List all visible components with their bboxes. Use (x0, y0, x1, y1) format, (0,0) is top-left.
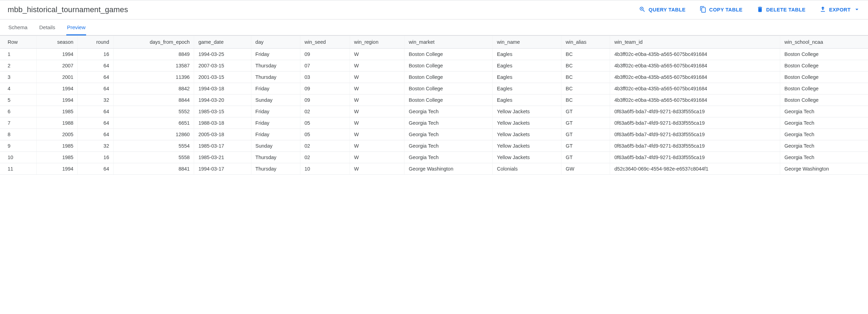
table-container: Row season round days_from_epoch game_da… (0, 35, 868, 175)
tab-preview[interactable]: Preview (66, 19, 86, 35)
cell-season: 1994 (36, 83, 78, 94)
cell-day: Friday (251, 129, 300, 140)
cell-win_region: W (350, 117, 404, 129)
cell-days_from_epoch: 8844 (114, 94, 194, 106)
cell-game_date: 2001-03-15 (194, 72, 251, 83)
tab-schema[interactable]: Schema (8, 19, 28, 35)
cell-win_market: Georgia Tech (404, 140, 493, 152)
cell-game_date: 1988-03-18 (194, 117, 251, 129)
cell-win_team_id: 0f63a6f5-bda7-4fd9-9271-8d33f555ca19 (610, 129, 780, 140)
col-win-name[interactable]: win_name (493, 36, 561, 49)
cell-game_date: 1994-03-18 (194, 83, 251, 94)
cell-day: Sunday (251, 94, 300, 106)
cell-day: Friday (251, 106, 300, 117)
cell-win_region: W (350, 129, 404, 140)
cell-days_from_epoch: 12860 (114, 129, 194, 140)
cell-win_seed: 09 (300, 83, 350, 94)
cell-win_name: Yellow Jackets (493, 140, 561, 152)
cell-win_market: George Washington (404, 163, 493, 175)
cell-win_name: Eagles (493, 72, 561, 83)
cell-win_seed: 03 (300, 72, 350, 83)
cell-game_date: 1994-03-20 (194, 94, 251, 106)
table-row[interactable]: 619856455521985-03-15Friday02WGeorgia Te… (0, 106, 868, 117)
cell-win_alias: BC (561, 83, 610, 94)
cell-round: 64 (78, 117, 114, 129)
cell-days_from_epoch: 13587 (114, 60, 194, 72)
table-row[interactable]: 719886466511988-03-18Friday05WGeorgia Te… (0, 117, 868, 129)
cell-win_region: W (350, 106, 404, 117)
cell-win_school_ncaa: George Washington (780, 163, 868, 175)
col-win-seed[interactable]: win_seed (300, 36, 350, 49)
delete-table-button[interactable]: DELETE TABLE (757, 6, 806, 14)
col-game-date[interactable]: game_date (194, 36, 251, 49)
cell-day: Friday (251, 117, 300, 129)
cell-win_region: W (350, 140, 404, 152)
cell-win_market: Boston College (404, 94, 493, 106)
cell-win_alias: GT (561, 129, 610, 140)
table-row[interactable]: 919853255541985-03-17Sunday02WGeorgia Te… (0, 140, 868, 152)
cell-win_name: Eagles (493, 60, 561, 72)
chevron-down-icon (853, 6, 860, 14)
table-row[interactable]: 3200164113962001-03-15Thursday03WBoston … (0, 72, 868, 83)
col-round[interactable]: round (78, 36, 114, 49)
table-row[interactable]: 519943288441994-03-20Sunday09WBoston Col… (0, 94, 868, 106)
cell-win_name: Colonials (493, 163, 561, 175)
col-win-team-id[interactable]: win_team_id (610, 36, 780, 49)
header-actions: QUERY TABLE COPY TABLE DELETE TABLE EXPO… (639, 6, 860, 14)
col-win-region[interactable]: win_region (350, 36, 404, 49)
table-row[interactable]: 419946488421994-03-18Friday09WBoston Col… (0, 83, 868, 94)
cell-game_date: 2005-03-18 (194, 129, 251, 140)
query-table-button[interactable]: QUERY TABLE (639, 6, 685, 14)
cell-round: 64 (78, 72, 114, 83)
cell-win_alias: GT (561, 106, 610, 117)
table-row[interactable]: 1019851655581985-03-21Thursday02WGeorgia… (0, 152, 868, 163)
table-row[interactable]: 119941688491994-03-25Friday09WBoston Col… (0, 49, 868, 60)
cell-win_seed: 05 (300, 117, 350, 129)
cell-game_date: 1994-03-25 (194, 49, 251, 60)
cell-win_alias: BC (561, 94, 610, 106)
cell-win_team_id: 0f63a6f5-bda7-4fd9-9271-8d33f555ca19 (610, 106, 780, 117)
cell-round: 64 (78, 163, 114, 175)
cell-season: 1988 (36, 117, 78, 129)
cell-row: 4 (0, 83, 36, 94)
cell-win_name: Yellow Jackets (493, 129, 561, 140)
table-row[interactable]: 8200564128602005-03-18Friday05WGeorgia T… (0, 129, 868, 140)
cell-win_region: W (350, 60, 404, 72)
col-day[interactable]: day (251, 36, 300, 49)
cell-day: Friday (251, 83, 300, 94)
col-row[interactable]: Row (0, 36, 36, 49)
cell-win_region: W (350, 83, 404, 94)
cell-win_school_ncaa: Georgia Tech (780, 106, 868, 117)
cell-days_from_epoch: 5552 (114, 106, 194, 117)
cell-season: 2007 (36, 60, 78, 72)
cell-win_market: Georgia Tech (404, 129, 493, 140)
cell-row: 3 (0, 72, 36, 83)
cell-days_from_epoch: 5558 (114, 152, 194, 163)
cell-round: 64 (78, 83, 114, 94)
col-days[interactable]: days_from_epoch (114, 36, 194, 49)
cell-win_seed: 09 (300, 94, 350, 106)
cell-season: 1985 (36, 140, 78, 152)
cell-game_date: 2007-03-15 (194, 60, 251, 72)
col-season[interactable]: season (36, 36, 78, 49)
cell-win_team_id: d52c3640-069c-4554-982e-e6537c8044f1 (610, 163, 780, 175)
col-win-school-ncaa[interactable]: win_school_ncaa (780, 36, 868, 49)
copy-table-button[interactable]: COPY TABLE (700, 6, 743, 14)
cell-day: Sunday (251, 140, 300, 152)
cell-round: 16 (78, 152, 114, 163)
tab-details[interactable]: Details (39, 19, 56, 35)
copy-table-label: COPY TABLE (709, 7, 743, 13)
svg-point-0 (641, 8, 642, 9)
cell-row: 2 (0, 60, 36, 72)
table-row[interactable]: 1119946488411994-03-17Thursday10WGeorge … (0, 163, 868, 175)
cell-win_seed: 02 (300, 106, 350, 117)
col-win-alias[interactable]: win_alias (561, 36, 610, 49)
cell-win_alias: GT (561, 152, 610, 163)
cell-round: 64 (78, 106, 114, 117)
col-win-market[interactable]: win_market (404, 36, 493, 49)
cell-win_team_id: 4b3ff02c-e0ba-435b-a565-6075bc491684 (610, 83, 780, 94)
cell-season: 1994 (36, 163, 78, 175)
export-button[interactable]: EXPORT (819, 6, 860, 14)
cell-win_team_id: 4b3ff02c-e0ba-435b-a565-6075bc491684 (610, 72, 780, 83)
table-row[interactable]: 2200764135872007-03-15Thursday07WBoston … (0, 60, 868, 72)
